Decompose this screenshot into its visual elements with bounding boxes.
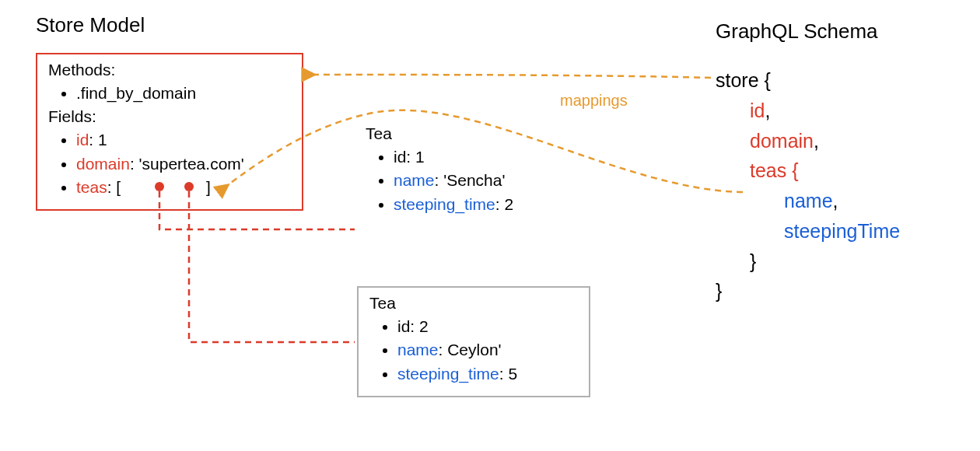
tea1-id: id: 1 (394, 146, 591, 168)
tea1-name-key: name (394, 171, 435, 189)
field-id-key: id (76, 131, 89, 149)
schema-teas-open: teas { (750, 159, 799, 181)
field-teas: teas: [ ] (76, 177, 291, 198)
schema-name: name (784, 190, 833, 212)
tea2-id: id: 2 (397, 316, 578, 337)
field-domain-key: domain (76, 155, 130, 173)
schema-close-inner: } (716, 246, 900, 277)
schema-domain: domain (750, 130, 814, 152)
link-tea2 (189, 191, 355, 342)
tea1-title: Tea (366, 124, 591, 143)
tea2-name: name: Ceylon' (397, 339, 578, 361)
methods-label: Methods: (48, 61, 291, 79)
graphql-schema-heading: GraphQL Schema (716, 19, 878, 44)
mappings-label: mappings (560, 92, 628, 110)
schema-comma-2: , (814, 130, 819, 152)
tea1-steeping-key: steeping_time (394, 195, 495, 213)
tea1-block: Tea id: 1 name: 'Sencha' steeping_time: … (366, 124, 591, 219)
schema-comma-1: , (765, 100, 770, 121)
field-domain: domain: 'supertea.com' (76, 153, 291, 175)
store-model-heading: Store Model (36, 13, 145, 37)
tea1-steeping-value: : 2 (495, 195, 513, 213)
field-teas-open: : [ (107, 178, 121, 196)
method-find-by-domain: .find_by_domain (76, 82, 291, 104)
field-id: id: 1 (76, 129, 291, 151)
tea1-name: name: 'Sencha' (394, 170, 591, 191)
field-domain-value: : 'supertea.com' (130, 155, 244, 173)
fields-label: Fields: (48, 107, 291, 126)
field-id-value: : 1 (89, 131, 107, 149)
tea2-name-value: : Ceylon' (439, 341, 502, 358)
schema-close-outer: } (716, 276, 900, 306)
tea2-steeping-value: : 5 (499, 365, 517, 383)
tea2-steeping: steeping_time: 5 (397, 363, 578, 385)
tea2-steeping-key: steeping_time (397, 365, 499, 383)
tea1-steeping: steeping_time: 2 (394, 194, 591, 215)
tea2-name-key: name (397, 341, 439, 358)
schema-comma-3: , (833, 190, 838, 212)
store-model-box: Methods: .find_by_domain Fields: id: 1 d… (36, 53, 303, 211)
schema-store-open: store { (716, 65, 900, 96)
mapping-arrow-store (314, 75, 711, 78)
schema-steepingTime: steepingTime (784, 220, 900, 242)
tea2-title: Tea (369, 294, 578, 313)
tea2-block: Tea id: 2 name: Ceylon' steeping_time: 5 (357, 286, 590, 397)
field-teas-key: teas (76, 178, 107, 196)
field-teas-close: ] (206, 178, 211, 196)
schema-id: id (750, 100, 765, 121)
schema-block: store { id, domain, teas { name, steepin… (716, 65, 900, 306)
tea1-name-value: : 'Sencha' (435, 171, 506, 189)
